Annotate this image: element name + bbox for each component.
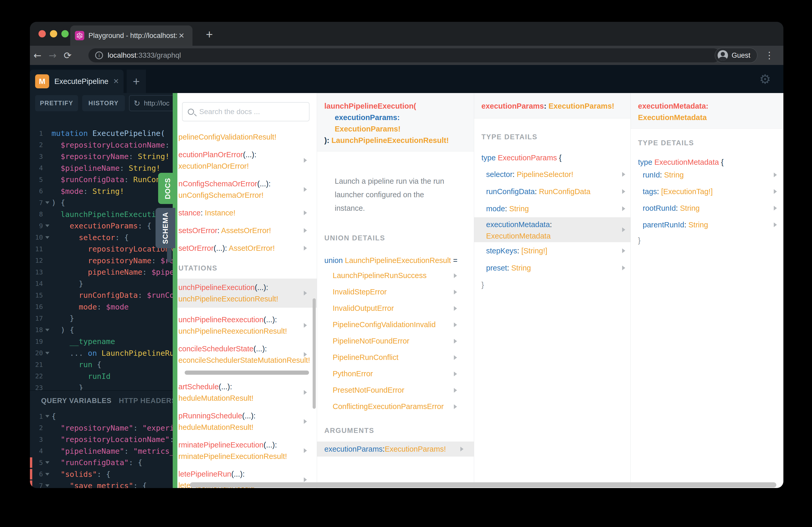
expand-arrow-icon[interactable] (304, 323, 307, 328)
prettify-button[interactable]: PRETTIFY (35, 95, 78, 111)
query-editor-code[interactable]: 1mutation ExecutePipeline(2 $repositoryL… (30, 127, 173, 394)
search-input[interactable] (199, 107, 304, 116)
type-field-row[interactable]: mode: String (474, 200, 630, 217)
expand-arrow-icon[interactable] (454, 322, 457, 327)
expand-arrow-icon[interactable] (454, 339, 457, 344)
docs-field-item[interactable]: stance: Instance! (177, 207, 317, 219)
back-icon[interactable]: ← (30, 50, 45, 61)
expand-arrow-icon[interactable] (304, 352, 307, 357)
union-member[interactable]: PipelineConfigValidationInvalid (317, 317, 474, 333)
expand-arrow-icon[interactable] (454, 290, 457, 295)
docs-field-item[interactable]: ecutionPlanOrError(...):xecutionPlanOrEr… (177, 149, 317, 172)
union-member[interactable]: PresetNotFoundError (317, 382, 474, 398)
union-member[interactable]: PipelineNotFoundError (317, 333, 474, 349)
tab-query-variables[interactable]: QUERY VARIABLES (41, 397, 112, 405)
expand-arrow-icon[interactable] (304, 210, 307, 215)
docs-search-box[interactable] (182, 102, 309, 121)
docs-field-item[interactable]: unchPipelineExecution(...):unchPipelineE… (177, 278, 317, 308)
docs-field-item[interactable]: setsOrError: AssetsOrError! (177, 225, 317, 236)
union-member[interactable]: LaunchPipelineRunSuccess (317, 267, 474, 284)
history-button[interactable]: HISTORY (82, 95, 125, 111)
expand-arrow-icon[interactable] (622, 206, 625, 211)
docs-divider-strip[interactable] (173, 93, 177, 488)
expand-arrow-icon[interactable] (304, 291, 307, 296)
schema-side-tab[interactable]: SCHEMA (156, 208, 175, 248)
union-member[interactable]: PipelineRunConflict (317, 349, 474, 366)
expand-arrow-icon[interactable] (454, 306, 457, 311)
forward-icon[interactable]: → (45, 50, 60, 61)
playground-tab[interactable]: M ExecutePipeline ✕ (30, 70, 124, 93)
expand-arrow-icon[interactable] (304, 390, 307, 395)
fold-arrow-icon[interactable] (45, 329, 49, 331)
type-field-row[interactable]: runId: String (631, 167, 783, 183)
expand-arrow-icon[interactable] (622, 172, 625, 177)
query-variables-editor[interactable]: 1{2 "repositoryName": "experimental_repo… (30, 410, 173, 488)
union-member[interactable]: InvalidOutputError (317, 300, 474, 317)
union-member[interactable]: ConflictingExecutionParamsError (317, 398, 474, 415)
fold-arrow-icon[interactable] (45, 352, 49, 355)
docs-field-item[interactable]: unchPipelineReexecution(...):unchPipelin… (177, 314, 317, 337)
expand-arrow-icon[interactable] (304, 228, 307, 233)
docs-column-scrollbar[interactable] (313, 298, 316, 409)
docs-field-item[interactable]: nConfigSchemaOrError(...):unConfigSchema… (177, 178, 317, 201)
type-field-row[interactable]: stepKeys: [String!] (474, 242, 630, 259)
browser-tab-close-icon[interactable]: ✕ (178, 31, 184, 40)
fold-arrow-icon[interactable] (45, 236, 49, 239)
expand-arrow-icon[interactable] (454, 273, 457, 278)
docs-side-tab[interactable]: DOCS (158, 173, 177, 204)
playground-tab-close-icon[interactable]: ✕ (113, 77, 119, 86)
argument-row[interactable]: executionParams: ExecutionParams! (317, 441, 474, 456)
profile-button[interactable]: Guest (715, 48, 757, 63)
union-member[interactable]: InvalidStepError (317, 284, 474, 300)
maximize-window-button[interactable] (61, 30, 69, 37)
expand-arrow-icon[interactable] (622, 249, 625, 253)
expand-arrow-icon[interactable] (304, 187, 307, 192)
expand-arrow-icon[interactable] (774, 189, 777, 194)
fold-arrow-icon[interactable] (45, 484, 49, 487)
editor-vertical-scrollbar[interactable] (167, 246, 172, 262)
expand-arrow-icon[interactable] (304, 448, 307, 453)
new-browser-tab-button[interactable]: + (202, 27, 217, 42)
settings-gear-icon[interactable]: ⚙ (759, 72, 771, 87)
expand-arrow-icon[interactable] (622, 227, 625, 232)
expand-arrow-icon[interactable] (454, 388, 457, 393)
docs-field-item[interactable]: pelineConfigValidationResult! (177, 131, 317, 143)
fold-arrow-icon[interactable] (45, 415, 49, 418)
type-field-row[interactable]: runConfigData: RunConfigData (474, 183, 630, 200)
minimize-window-button[interactable] (50, 30, 57, 37)
reload-icon[interactable]: ⟳ (60, 50, 75, 61)
expand-arrow-icon[interactable] (304, 477, 307, 482)
expand-arrow-icon[interactable] (454, 372, 457, 376)
expand-arrow-icon[interactable] (454, 404, 457, 409)
expand-arrow-icon[interactable] (304, 158, 307, 163)
expand-arrow-icon[interactable] (622, 266, 625, 270)
docs-field-item[interactable]: rminatePipelineExecution(...):rminatePip… (177, 439, 317, 462)
type-field-row[interactable]: preset: String (474, 259, 630, 276)
expand-arrow-icon[interactable] (304, 246, 307, 251)
query-editor-pane[interactable]: PRETTIFY HISTORY ↻ http://loc 1mutation … (30, 93, 173, 488)
expand-arrow-icon[interactable] (774, 206, 777, 210)
type-field-row[interactable]: rootRunId: String (631, 200, 783, 216)
type-field-row[interactable]: tags: [ExecutionTag!] (631, 183, 783, 200)
address-bar[interactable]: i localhost:3333/graphql (88, 48, 721, 62)
tab-http-headers[interactable]: HTTP HEADERS (119, 397, 173, 405)
docs-list-horizontal-scrollbar[interactable] (185, 371, 309, 375)
fold-arrow-icon[interactable] (45, 201, 49, 204)
docs-field-item[interactable]: concileSchedulerState(...):econcileSched… (177, 343, 317, 366)
fold-arrow-icon[interactable] (45, 473, 49, 476)
close-window-button[interactable] (39, 30, 46, 37)
expand-arrow-icon[interactable] (774, 172, 777, 177)
expand-arrow-icon[interactable] (774, 223, 777, 227)
site-info-icon[interactable]: i (95, 51, 103, 59)
type-field-row[interactable]: executionMetadata:ExecutionMetadata (474, 217, 630, 242)
endpoint-input[interactable]: ↻ http://loc (129, 95, 173, 111)
docs-field-item[interactable]: artSchedule(...):heduleMutationResult! (177, 381, 317, 404)
expand-arrow-icon[interactable] (622, 189, 625, 194)
docs-field-item[interactable]: setOrError(...): AssetOrError! (177, 242, 317, 254)
browser-tab[interactable]: Playground - http://localhost:3 ✕ (70, 26, 192, 46)
fold-arrow-icon[interactable] (45, 461, 49, 464)
expand-arrow-icon[interactable] (454, 355, 457, 360)
docs-horizontal-scrollbar[interactable] (190, 482, 777, 487)
expand-arrow-icon[interactable] (460, 447, 463, 451)
union-member[interactable]: PythonError (317, 366, 474, 382)
